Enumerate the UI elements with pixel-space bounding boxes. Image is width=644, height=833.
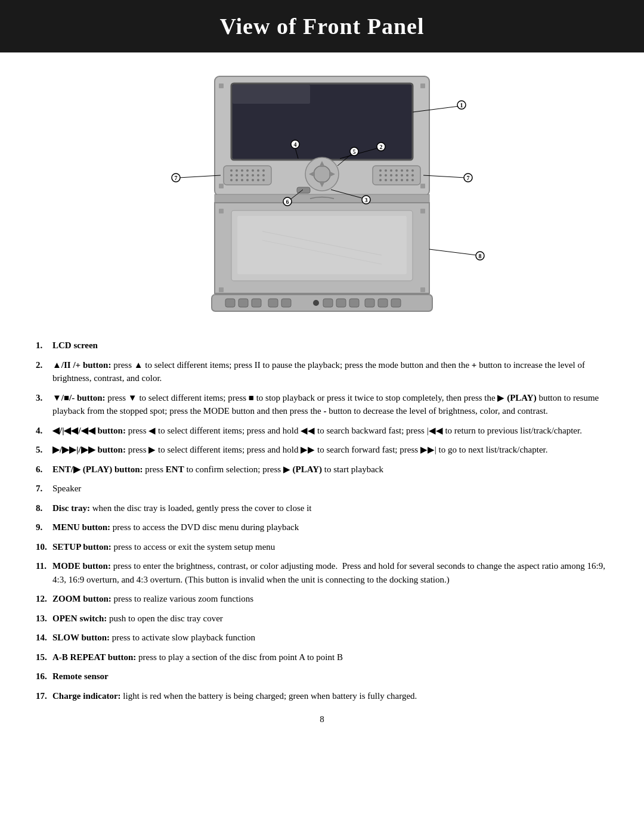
svg-rect-71	[252, 299, 261, 307]
svg-point-27	[257, 179, 259, 181]
svg-point-26	[252, 179, 254, 181]
list-item: 8. Disc tray: when the disc tray is load…	[36, 501, 608, 515]
svg-line-105	[429, 249, 477, 255]
svg-point-34	[401, 169, 403, 172]
svg-point-30	[379, 169, 382, 172]
item-bold: OPEN switch:	[52, 614, 107, 623]
svg-rect-61	[237, 216, 407, 274]
item-text: ZOOM button: press to realize various zo…	[52, 592, 608, 606]
svg-point-38	[385, 174, 387, 176]
svg-point-40	[395, 174, 398, 176]
item-text: A-B REPEAT button: press to play a secti…	[52, 651, 608, 664]
item-text: ENT/▶ (PLAY) button: press ENT to confir…	[52, 463, 608, 476]
svg-text:7: 7	[175, 175, 178, 181]
svg-point-22	[230, 179, 233, 181]
item-bold: ZOOM button:	[52, 594, 112, 603]
page-header: View of Front Panel	[0, 0, 644, 52]
item-bold: Remote sensor	[52, 671, 109, 681]
svg-point-21	[262, 174, 265, 176]
svg-text:4: 4	[294, 141, 297, 148]
list-item: 11. MODE button: press to enter the brig…	[36, 559, 608, 586]
svg-point-35	[406, 169, 408, 172]
svg-point-25	[246, 179, 249, 181]
item-number: 12.	[36, 592, 52, 606]
svg-point-19	[252, 174, 254, 176]
item-text: MENU button: press to access the DVD dis…	[52, 521, 608, 534]
item-text: Remote sensor	[52, 670, 608, 683]
svg-point-47	[395, 179, 398, 181]
svg-rect-78	[378, 299, 388, 307]
item-list: 1. LCD screen 2. ▲/II /+ button: press ▲…	[36, 339, 608, 702]
item-bold: ▼/■/- button:	[52, 393, 106, 402]
svg-point-18	[246, 174, 249, 176]
item-number: 3.	[36, 391, 52, 418]
list-item: 15. A-B REPEAT button: press to play a s…	[36, 651, 608, 664]
item-bold: Disc tray:	[52, 503, 90, 513]
svg-point-10	[241, 169, 243, 172]
svg-point-11	[246, 169, 249, 172]
item-number: 13.	[36, 612, 52, 625]
svg-point-48	[401, 179, 403, 181]
item-text: ▲/II /+ button: press ▲ to select differ…	[52, 358, 608, 385]
svg-rect-3	[219, 83, 224, 88]
item-text: ▼/■/- button: press ▼ to select differen…	[52, 391, 608, 418]
svg-point-28	[262, 179, 265, 181]
item-bold: SLOW button:	[52, 633, 110, 642]
list-item: 4. ◀/|◀◀/◀◀ button: press ◀ to select di…	[36, 424, 608, 438]
item-bold: A-B REPEAT button:	[52, 652, 136, 662]
svg-rect-77	[365, 299, 374, 307]
item-number: 8.	[36, 501, 52, 515]
item-number: 4.	[36, 424, 52, 438]
svg-rect-70	[239, 299, 248, 307]
svg-point-41	[401, 174, 403, 176]
list-item: 10. SETUP button: press to access or exi…	[36, 540, 608, 554]
svg-rect-2	[233, 85, 310, 104]
page-number: 8	[36, 714, 608, 724]
svg-rect-65	[219, 287, 224, 292]
svg-text:2: 2	[380, 144, 383, 150]
svg-rect-5	[420, 83, 425, 88]
item-bold: ▶/▶▶|/▶▶ button:	[52, 445, 126, 454]
svg-point-15	[230, 174, 233, 176]
svg-point-16	[236, 174, 238, 176]
item-text: OPEN switch: push to open the disc tray …	[52, 612, 608, 625]
svg-text:5: 5	[353, 148, 356, 155]
svg-rect-69	[225, 299, 235, 307]
item-text: Speaker	[52, 482, 608, 496]
svg-point-52	[314, 166, 330, 182]
svg-point-36	[411, 169, 414, 172]
svg-point-42	[406, 174, 408, 176]
item-number: 6.	[36, 463, 52, 476]
item-text: ▶/▶▶|/▶▶ button: press ▶ to select diffe…	[52, 443, 608, 457]
item-number: 17.	[36, 689, 52, 703]
item-bold: LCD screen	[52, 340, 98, 350]
list-item: 1. LCD screen	[36, 339, 608, 352]
item-bold: ENT/▶ (PLAY) button:	[52, 465, 143, 474]
item-bold: Charge indicator:	[52, 691, 121, 701]
svg-point-31	[385, 169, 387, 172]
page-title: View of Front Panel	[219, 14, 424, 39]
svg-rect-4	[219, 184, 224, 188]
item-text: MODE button: press to enter the brightne…	[52, 559, 608, 586]
svg-rect-79	[391, 299, 401, 307]
svg-text:3: 3	[365, 197, 368, 203]
list-item: 5. ▶/▶▶|/▶▶ button: press ▶ to select di…	[36, 443, 608, 457]
item-text: SETUP button: press to access or exit th…	[52, 540, 608, 554]
svg-rect-57	[297, 187, 310, 193]
svg-point-32	[390, 169, 392, 172]
svg-point-24	[241, 179, 243, 181]
list-item: 14. SLOW button: press to activate slow …	[36, 631, 608, 645]
svg-point-46	[390, 179, 392, 181]
svg-rect-66	[420, 209, 425, 213]
svg-point-14	[262, 169, 265, 172]
item-bold: SETUP button:	[52, 542, 112, 552]
item-number: 9.	[36, 521, 52, 534]
svg-text:8: 8	[479, 253, 482, 259]
list-item: 6. ENT/▶ (PLAY) button: press ENT to con…	[36, 463, 608, 476]
list-item: 16. Remote sensor	[36, 670, 608, 683]
svg-rect-73	[281, 299, 291, 307]
list-item: 17. Charge indicator: light is red when …	[36, 689, 608, 703]
svg-point-12	[252, 169, 254, 172]
item-text: Charge indicator: light is red when the …	[52, 689, 608, 703]
item-text: ◀/|◀◀/◀◀ button: press ◀ to select diffe…	[52, 424, 608, 438]
